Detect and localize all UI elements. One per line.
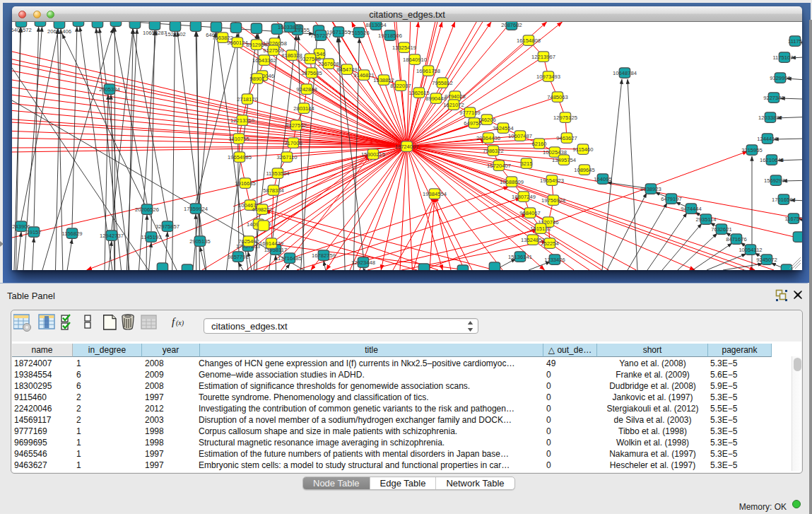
svg-text:317006: 317006 <box>284 140 302 146</box>
svg-text:18807249: 18807249 <box>512 194 536 200</box>
svg-text:18640910: 18640910 <box>403 57 427 63</box>
svg-text:1244418: 1244418 <box>757 136 778 142</box>
svg-text:16033809: 16033809 <box>278 24 302 30</box>
svg-text:12975125: 12975125 <box>553 115 577 121</box>
svg-text:13325419: 13325419 <box>392 45 416 51</box>
svg-text:11751074: 11751074 <box>772 54 796 61</box>
svg-text:9660124: 9660124 <box>227 40 248 46</box>
svg-text:9329996: 9329996 <box>770 75 791 81</box>
svg-text:15692971: 15692971 <box>764 177 788 184</box>
svg-text:10653287: 10653287 <box>143 30 167 36</box>
svg-text:12923448: 12923448 <box>351 259 375 266</box>
svg-text:1089645: 1089645 <box>574 167 595 173</box>
svg-text:39157: 39157 <box>26 229 41 235</box>
svg-text:9777169: 9777169 <box>459 110 481 116</box>
svg-text:9684067: 9684067 <box>519 210 541 216</box>
svg-text:19654923: 19654923 <box>540 177 564 184</box>
svg-text:10973493: 10973493 <box>536 74 560 80</box>
svg-text:19654985: 19654985 <box>228 154 252 160</box>
svg-text:15136141: 15136141 <box>508 254 532 260</box>
svg-text:16210643: 16210643 <box>760 157 784 163</box>
svg-text:15720407: 15720407 <box>487 163 511 169</box>
svg-text:6479197: 6479197 <box>661 196 682 202</box>
svg-text:9427552: 9427552 <box>286 122 307 129</box>
svg-text:16782759: 16782759 <box>312 252 336 259</box>
svg-text:7515526: 7515526 <box>348 30 370 36</box>
svg-text:2718170: 2718170 <box>237 96 258 103</box>
svg-text:2905135: 2905135 <box>189 238 211 245</box>
svg-text:7986322: 7986322 <box>483 148 504 154</box>
svg-text:2087682: 2087682 <box>501 22 522 28</box>
svg-text:3215: 3215 <box>521 160 533 167</box>
svg-text:17016504: 17016504 <box>772 197 796 203</box>
svg-text:10688609: 10688609 <box>500 179 524 185</box>
svg-text:1615132: 1615132 <box>530 226 551 232</box>
svg-text:3215955: 3215955 <box>741 147 763 153</box>
svg-text:5878334: 5878334 <box>263 187 284 194</box>
svg-text:4498222: 4498222 <box>252 206 273 213</box>
svg-text:16154808: 16154808 <box>517 37 541 44</box>
svg-text:7485063: 7485063 <box>547 94 568 100</box>
svg-text:8322037: 8322037 <box>390 83 411 89</box>
svg-text:9242848: 9242848 <box>296 86 317 93</box>
svg-text:20206526: 20206526 <box>135 206 159 213</box>
svg-text:11353594: 11353594 <box>266 170 289 177</box>
svg-text:98901: 98901 <box>249 76 264 82</box>
svg-text:9146821: 9146821 <box>353 72 375 78</box>
svg-text:164095: 164095 <box>594 176 611 182</box>
svg-text:9474444: 9474444 <box>681 206 702 212</box>
svg-text:7357227: 7357227 <box>310 33 331 39</box>
svg-text:9463627: 9463627 <box>556 135 577 141</box>
svg-text:6405572: 6405572 <box>12 27 32 33</box>
svg-text:(x): (x) <box>176 319 184 327</box>
svg-text:10648784: 10648784 <box>613 70 637 76</box>
svg-text:12033832: 12033832 <box>758 115 782 121</box>
svg-text:1156829: 1156829 <box>62 230 83 237</box>
svg-text:19756928: 19756928 <box>541 197 565 204</box>
svg-text:3267110: 3267110 <box>277 154 298 160</box>
svg-text:1527602: 1527602 <box>165 31 186 37</box>
svg-text:2935114: 2935114 <box>696 216 717 223</box>
svg-text:12942737: 12942737 <box>100 233 124 239</box>
svg-text:12213310: 12213310 <box>230 117 254 124</box>
svg-text:7625402: 7625402 <box>238 238 259 245</box>
svg-text:3875685: 3875685 <box>301 70 322 76</box>
svg-text:16914479: 16914479 <box>259 240 283 247</box>
svg-text:1621072: 1621072 <box>443 102 464 108</box>
svg-text:9794028: 9794028 <box>445 93 466 100</box>
svg-text:1733426: 1733426 <box>544 257 565 263</box>
svg-text:1810755: 1810755 <box>228 136 249 142</box>
svg-text:32975857: 32975857 <box>155 223 180 230</box>
svg-text:13716485: 13716485 <box>278 255 302 262</box>
svg-text:20691406: 20691406 <box>47 28 71 35</box>
svg-text:3624554: 3624554 <box>493 125 514 132</box>
svg-text:8813054: 8813054 <box>365 22 387 28</box>
svg-text:2803144: 2803144 <box>293 105 314 112</box>
svg-text:7632621: 7632621 <box>711 226 732 233</box>
svg-text:19218506: 19218506 <box>378 33 402 39</box>
svg-text:15300215: 15300215 <box>361 151 385 158</box>
svg-text:11175: 11175 <box>788 38 802 45</box>
svg-text:12213967: 12213967 <box>531 54 555 60</box>
svg-text:17359924: 17359924 <box>184 206 208 212</box>
svg-text:2905334: 2905334 <box>99 86 120 93</box>
svg-text:10607487: 10607487 <box>508 133 532 139</box>
svg-text:116753: 116753 <box>785 216 802 222</box>
svg-text:252254: 252254 <box>541 240 558 247</box>
svg-text:9857791: 9857791 <box>228 254 249 260</box>
svg-text:9227342: 9227342 <box>763 95 784 101</box>
svg-text:10054112: 10054112 <box>739 247 762 253</box>
svg-text:13495754: 13495754 <box>552 157 576 163</box>
svg-text:1145193: 1145193 <box>141 234 162 240</box>
svg-text:62160: 62160 <box>531 141 546 147</box>
svg-text:18724007: 18724007 <box>395 144 419 150</box>
svg-text:16543362: 16543362 <box>252 57 276 64</box>
svg-text:8938923: 8938923 <box>640 186 661 192</box>
svg-text:8471676: 8471676 <box>726 236 747 243</box>
svg-text:19384554: 19384554 <box>423 191 447 197</box>
svg-text:16961758: 16961758 <box>416 68 440 74</box>
svg-text:746206: 746206 <box>478 117 495 123</box>
svg-text:8990448: 8990448 <box>425 95 447 102</box>
svg-text:9245072: 9245072 <box>756 257 777 263</box>
svg-text:1916685: 1916685 <box>235 180 256 187</box>
